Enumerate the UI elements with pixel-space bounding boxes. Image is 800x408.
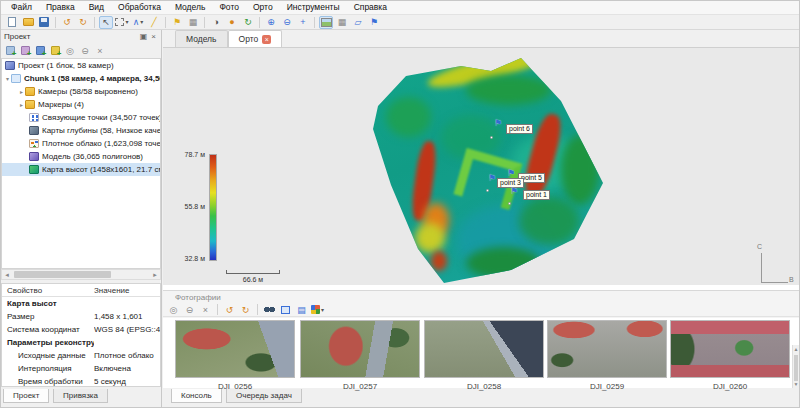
remove-item-icon[interactable]: × xyxy=(94,45,106,56)
menu-file[interactable]: Файл xyxy=(4,1,39,14)
photo-thumbnails: DJI_0256 DJI_0257 DJI_0258 DJI_0259 DJI_… xyxy=(163,318,799,388)
menu-help[interactable]: Справка xyxy=(347,1,394,14)
show-shapes-icon[interactable]: ▱ xyxy=(351,16,365,29)
undo-icon[interactable]: ↺ xyxy=(60,16,74,29)
tree-row-project[interactable]: Проект (1 блок, 58 камер) xyxy=(2,59,160,72)
property-row: Карта высот xyxy=(2,297,160,310)
tab-reference[interactable]: Привязка xyxy=(53,389,108,403)
scale-bar xyxy=(226,273,280,274)
tree-row-cameras[interactable]: ▸ Камеры (58/58 выровнено) xyxy=(2,85,160,98)
tree-row-model[interactable]: Модель (36,065 полигонов) xyxy=(2,150,160,163)
move-tool-icon[interactable]: + xyxy=(296,16,310,29)
tab-console[interactable]: Консоль xyxy=(171,389,222,403)
disable-item-icon[interactable]: ⊖ xyxy=(79,45,91,56)
filter-by-selection-icon[interactable] xyxy=(279,304,292,316)
layers-icon[interactable]: ▤ xyxy=(295,304,308,316)
dense-cloud-icon xyxy=(29,139,39,148)
save-icon[interactable] xyxy=(37,16,51,29)
ortho-view[interactable]: ⚑ point 6 ⚑ point 5 ⚑ point 3 ⚑ point 1 … xyxy=(163,48,799,285)
rotate-left-icon[interactable]: ↺ xyxy=(223,304,236,316)
photo-thumbnail[interactable] xyxy=(424,320,544,378)
tree-row-markers[interactable]: ▸ Маркеры (4) xyxy=(2,98,160,111)
metashape-window: Файл Правка Вид Обработка Модель Фото Ор… xyxy=(0,0,800,408)
menu-photo[interactable]: Фото xyxy=(212,1,246,14)
zoom-in-icon[interactable]: ⊕ xyxy=(264,16,278,29)
tab-model[interactable]: Модель xyxy=(175,30,228,47)
photo-thumbnail[interactable] xyxy=(300,320,420,378)
refresh-icon[interactable]: ↻ xyxy=(241,16,255,29)
menu-ortho[interactable]: Орто xyxy=(246,1,280,14)
photo-thumbnail[interactable] xyxy=(670,320,790,378)
model-icon xyxy=(29,152,39,161)
show-images-icon[interactable] xyxy=(319,16,333,29)
open-folder-icon[interactable] xyxy=(21,16,35,29)
project-panel: Проект ▣ × ◎ ⊖ × Проект (1 блок, 58 каме… xyxy=(1,30,162,407)
property-row: Интерполяция Включена xyxy=(2,362,160,375)
tab-project[interactable]: Проект xyxy=(3,389,49,403)
polyline-selection-icon[interactable]: ∧▾ xyxy=(131,16,145,29)
rectangle-selection-icon[interactable]: ▾ xyxy=(115,16,129,29)
scroll-left-icon[interactable]: ◂ xyxy=(2,271,12,279)
rotate-object-icon[interactable]: ◑ xyxy=(209,16,223,29)
marker-tool-icon[interactable]: ⚑ xyxy=(170,16,184,29)
new-document-icon[interactable] xyxy=(5,16,19,29)
dem-heightmap[interactable] xyxy=(371,55,606,285)
property-row: Система координат WGS 84 (EPSG::4326) xyxy=(2,323,160,336)
photo-thumbnail[interactable] xyxy=(547,320,667,378)
rotate-right-icon[interactable]: ↻ xyxy=(239,304,252,316)
add-folder-icon[interactable] xyxy=(34,45,46,56)
menu-model[interactable]: Модель xyxy=(168,1,213,14)
tree-row-tiepoints[interactable]: Связующие точки (34,507 точек) xyxy=(2,111,160,124)
menu-tools[interactable]: Инструменты xyxy=(280,1,347,14)
expand-chevron-icon[interactable]: ▸ xyxy=(18,88,25,95)
menu-edit[interactable]: Правка xyxy=(39,1,82,14)
scroll-right-icon[interactable]: ▸ xyxy=(150,271,160,279)
tab-task-queue[interactable]: Очередь задач xyxy=(226,389,302,403)
tree-horizontal-scrollbar[interactable]: ◂ ▸ xyxy=(1,269,161,280)
redo-icon[interactable]: ↻ xyxy=(76,16,90,29)
menu-view[interactable]: Вид xyxy=(82,1,111,14)
tie-points-icon xyxy=(29,113,39,122)
marker-label: point 1 xyxy=(523,190,550,200)
close-tab-icon[interactable]: × xyxy=(262,35,271,44)
ruler-icon[interactable]: ╱ xyxy=(147,16,161,29)
tree-row-densecloud[interactable]: Плотное облако (1,623,098 точек, Низк xyxy=(2,137,160,150)
scroll-up-icon[interactable]: ▲ xyxy=(793,346,799,352)
close-panel-icon[interactable]: × xyxy=(149,32,158,41)
tree-row-chunk[interactable]: ▾ Chunk 1 (58 камер, 4 маркера, 34,507 т… xyxy=(2,72,160,85)
remove-photo-icon[interactable]: × xyxy=(199,304,212,316)
scrollbar-thumb[interactable] xyxy=(794,355,798,381)
scroll-down-icon[interactable]: ▼ xyxy=(793,381,799,387)
collapse-chevron-icon[interactable]: ▾ xyxy=(4,75,11,82)
navigation-cursor-icon[interactable]: ↖ xyxy=(99,16,113,29)
properties-panel: Свойство Значение Карта высот Размер 1,4… xyxy=(1,283,161,387)
tab-ortho[interactable]: Орто × xyxy=(228,30,283,47)
column-property: Свойство xyxy=(2,286,94,295)
add-marker-icon[interactable] xyxy=(49,45,61,56)
tree-row-dem[interactable]: Карта высот (1458x1601, 21.7 см/пикс) xyxy=(2,163,160,176)
scrollbar-track[interactable] xyxy=(12,270,150,279)
show-grid-icon[interactable]: ▦ xyxy=(335,16,349,29)
axis-east-label: В xyxy=(789,276,794,283)
enable-photo-icon[interactable]: ◎ xyxy=(167,304,180,316)
legend-max-label: 78.7 м xyxy=(177,151,205,158)
enable-item-icon[interactable]: ◎ xyxy=(64,45,76,56)
photos-vertical-scrollbar[interactable]: ▲ ▼ xyxy=(792,345,799,388)
tree-row-depthmaps[interactable]: Карты глубины (58, Низкое качество, М xyxy=(2,124,160,137)
float-panel-icon[interactable]: ▣ xyxy=(138,32,150,41)
project-panel-header: Проект ▣ × xyxy=(1,30,161,43)
disable-photo-icon[interactable]: ⊖ xyxy=(183,304,196,316)
palette-icon[interactable]: ● xyxy=(225,16,239,29)
zoom-out-icon[interactable]: ⊖ xyxy=(280,16,294,29)
menu-workflow[interactable]: Обработка xyxy=(111,1,168,14)
photo-thumbnail[interactable] xyxy=(175,320,295,378)
view-mode-icon[interactable]: ▾ xyxy=(311,304,324,316)
scrollbar-thumb[interactable] xyxy=(14,271,111,278)
find-photo-icon[interactable] xyxy=(263,304,276,316)
document-tab-bar: Модель Орто × xyxy=(163,30,799,48)
scalebar-tool-icon[interactable]: ▦ xyxy=(186,16,200,29)
show-labels-icon[interactable]: ⚑ xyxy=(367,16,381,29)
add-chunk-icon[interactable] xyxy=(4,45,16,56)
expand-chevron-icon[interactable]: ▸ xyxy=(18,101,25,108)
add-photos-icon[interactable] xyxy=(19,45,31,56)
